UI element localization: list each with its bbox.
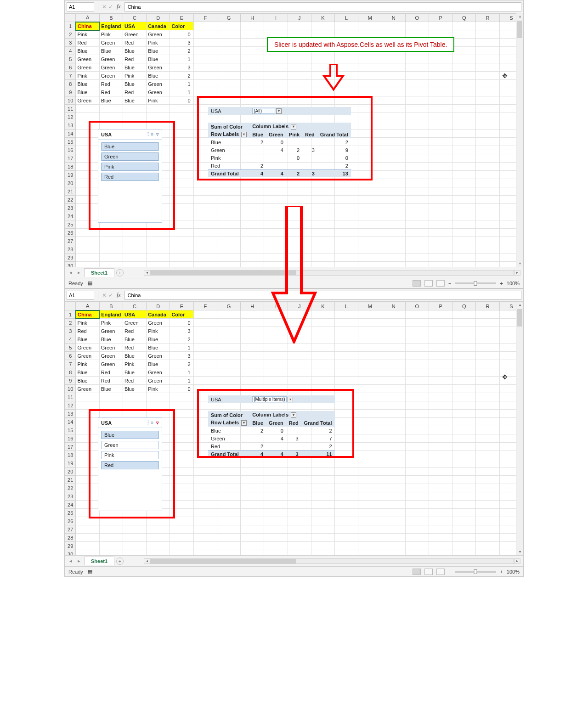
cell[interactable]: [476, 426, 499, 434]
cell[interactable]: [264, 88, 288, 96]
cell[interactable]: [217, 179, 240, 187]
cell[interactable]: [264, 80, 288, 88]
cell[interactable]: [382, 525, 405, 534]
cell[interactable]: [217, 80, 240, 88]
cell[interactable]: [264, 534, 288, 542]
cell[interactable]: [335, 418, 358, 426]
row-header-30[interactable]: 30: [65, 550, 76, 556]
cell[interactable]: [170, 121, 193, 130]
sheet-tab[interactable]: Sheet1: [84, 268, 114, 277]
cell[interactable]: [476, 63, 499, 72]
cell[interactable]: [76, 434, 99, 443]
cell[interactable]: [452, 410, 476, 418]
cell[interactable]: [382, 72, 405, 80]
cell[interactable]: [429, 237, 452, 245]
cell[interactable]: [382, 492, 405, 501]
cell[interactable]: [241, 253, 264, 262]
cell[interactable]: Green: [99, 63, 123, 72]
cell[interactable]: [476, 212, 499, 220]
cell[interactable]: [170, 163, 193, 171]
cell[interactable]: [382, 22, 405, 30]
cell[interactable]: [147, 542, 170, 550]
cell[interactable]: [382, 63, 405, 72]
cell[interactable]: [429, 171, 452, 179]
cell[interactable]: Pink: [76, 319, 99, 327]
cell[interactable]: [452, 212, 476, 220]
cell[interactable]: [382, 368, 405, 377]
cell[interactable]: [335, 492, 358, 501]
cell[interactable]: [358, 550, 382, 556]
cell[interactable]: [241, 212, 264, 220]
zoom-slider[interactable]: [455, 571, 496, 573]
cell[interactable]: [217, 542, 240, 550]
view-page-break-button[interactable]: [436, 280, 445, 287]
col-header-A[interactable]: A: [76, 14, 99, 22]
cell[interactable]: [335, 55, 358, 63]
row-header-14[interactable]: 14: [65, 418, 76, 426]
cell[interactable]: [476, 196, 499, 204]
cell[interactable]: [358, 55, 382, 63]
cell[interactable]: [335, 196, 358, 204]
cell[interactable]: USA: [123, 22, 146, 30]
cell[interactable]: [170, 393, 193, 401]
cell[interactable]: [193, 360, 217, 368]
cell[interactable]: Green: [147, 88, 170, 96]
cell[interactable]: [76, 212, 99, 220]
cell[interactable]: Green: [147, 319, 170, 327]
cell[interactable]: 2: [170, 72, 193, 80]
row-header-11[interactable]: 11: [65, 393, 76, 401]
cell[interactable]: [429, 459, 452, 468]
cell[interactable]: [358, 352, 382, 360]
multiselect-icon[interactable]: ⋮≡: [146, 131, 153, 137]
cell[interactable]: [264, 517, 288, 525]
cell[interactable]: [358, 451, 382, 459]
cell[interactable]: [170, 138, 193, 146]
cell[interactable]: [358, 327, 382, 335]
cell[interactable]: [405, 237, 429, 245]
cell[interactable]: [429, 310, 452, 319]
cell[interactable]: [405, 434, 429, 443]
cell[interactable]: USA: [123, 310, 146, 319]
cell[interactable]: [382, 154, 405, 163]
cell[interactable]: [429, 138, 452, 146]
cell[interactable]: [429, 22, 452, 30]
cell[interactable]: [241, 542, 264, 550]
cell[interactable]: [335, 459, 358, 468]
cell[interactable]: [405, 253, 429, 262]
cell[interactable]: [123, 113, 146, 121]
cell[interactable]: [382, 237, 405, 245]
hscroll-left-icon[interactable]: ◂: [144, 558, 150, 564]
cell[interactable]: England: [99, 22, 123, 30]
cell[interactable]: [452, 344, 476, 352]
cell[interactable]: [170, 245, 193, 253]
cell[interactable]: [382, 80, 405, 88]
cell[interactable]: [170, 468, 193, 476]
cell[interactable]: China: [76, 22, 99, 30]
row-header-6[interactable]: 6: [65, 352, 76, 360]
cell[interactable]: [382, 443, 405, 451]
cell[interactable]: [123, 517, 146, 525]
row-header-2[interactable]: 2: [65, 30, 76, 39]
cell[interactable]: Blue: [123, 335, 146, 344]
cell[interactable]: 2: [170, 47, 193, 55]
cell[interactable]: [452, 335, 476, 344]
row-header-3[interactable]: 3: [65, 327, 76, 335]
cell[interactable]: [241, 385, 264, 393]
view-page-layout-button[interactable]: [424, 569, 433, 575]
cell[interactable]: [99, 113, 123, 121]
cell[interactable]: [76, 418, 99, 426]
cell[interactable]: [288, 352, 311, 360]
cell[interactable]: 1: [170, 368, 193, 377]
cell[interactable]: [429, 163, 452, 171]
cell[interactable]: [429, 105, 452, 113]
cell[interactable]: [264, 63, 288, 72]
cell[interactable]: [99, 401, 123, 410]
row-header-10[interactable]: 10: [65, 96, 76, 105]
cell[interactable]: [76, 113, 99, 121]
cell[interactable]: [429, 509, 452, 517]
cell[interactable]: [476, 368, 499, 377]
cell[interactable]: Red: [76, 327, 99, 335]
cell[interactable]: [405, 121, 429, 130]
cell[interactable]: [358, 80, 382, 88]
cell[interactable]: [452, 80, 476, 88]
